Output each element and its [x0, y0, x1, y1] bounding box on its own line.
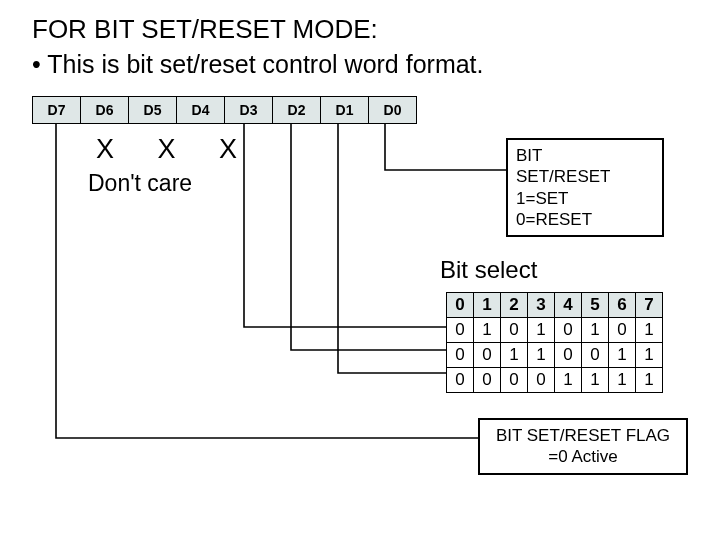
bit-d5: D5 [128, 96, 177, 124]
td: 1 [636, 343, 663, 368]
heading: FOR BIT SET/RESET MODE: [32, 14, 378, 45]
td: 1 [582, 318, 609, 343]
td: 0 [474, 368, 501, 393]
th: 0 [447, 293, 474, 318]
td: 0 [474, 343, 501, 368]
bit-header-row: D7 D6 D5 D4 D3 D2 D1 D0 [32, 96, 416, 124]
td: 0 [555, 343, 582, 368]
th: 3 [528, 293, 555, 318]
th: 5 [582, 293, 609, 318]
td: 0 [528, 368, 555, 393]
table-row: 00001111 [447, 368, 663, 393]
td: 1 [636, 368, 663, 393]
td: 1 [555, 368, 582, 393]
bit-d1: D1 [320, 96, 369, 124]
td: 1 [609, 368, 636, 393]
td: 0 [582, 343, 609, 368]
td: 1 [528, 343, 555, 368]
table-row: 00110011 [447, 343, 663, 368]
set-reset-box: BIT SET/RESET 1=SET 0=RESET [506, 138, 664, 237]
td: 0 [555, 318, 582, 343]
td: 0 [447, 368, 474, 393]
bit-d4: D4 [176, 96, 225, 124]
td: 1 [501, 343, 528, 368]
bit-d7: D7 [32, 96, 81, 124]
set-reset-l1: BIT [516, 145, 654, 166]
th: 4 [555, 293, 582, 318]
dont-care-x: X X X [96, 134, 255, 165]
td: 0 [501, 368, 528, 393]
th: 7 [636, 293, 663, 318]
td: 1 [636, 318, 663, 343]
td: 1 [474, 318, 501, 343]
bit-d3: D3 [224, 96, 273, 124]
th: 1 [474, 293, 501, 318]
table-header-row: 0 1 2 3 4 5 6 7 [447, 293, 663, 318]
dont-care-label: Don't care [88, 170, 192, 197]
set-reset-l4: 0=RESET [516, 209, 654, 230]
td: 1 [609, 343, 636, 368]
table-row: 01010101 [447, 318, 663, 343]
bullet-line: • This is bit set/reset control word for… [32, 50, 484, 79]
th: 6 [609, 293, 636, 318]
td: 1 [528, 318, 555, 343]
set-reset-l2: SET/RESET [516, 166, 654, 187]
td: 0 [609, 318, 636, 343]
bit-d2: D2 [272, 96, 321, 124]
set-reset-l3: 1=SET [516, 188, 654, 209]
th: 2 [501, 293, 528, 318]
td: 1 [582, 368, 609, 393]
bit-d0: D0 [368, 96, 417, 124]
bit-select-table: 0 1 2 3 4 5 6 7 01010101 00110011 000011… [446, 292, 663, 393]
flag-l2: =0 Active [488, 446, 678, 467]
td: 0 [501, 318, 528, 343]
td: 0 [447, 318, 474, 343]
bit-select-heading: Bit select [440, 256, 537, 284]
bit-d6: D6 [80, 96, 129, 124]
flag-box: BIT SET/RESET FLAG =0 Active [478, 418, 688, 475]
td: 0 [447, 343, 474, 368]
flag-l1: BIT SET/RESET FLAG [488, 425, 678, 446]
